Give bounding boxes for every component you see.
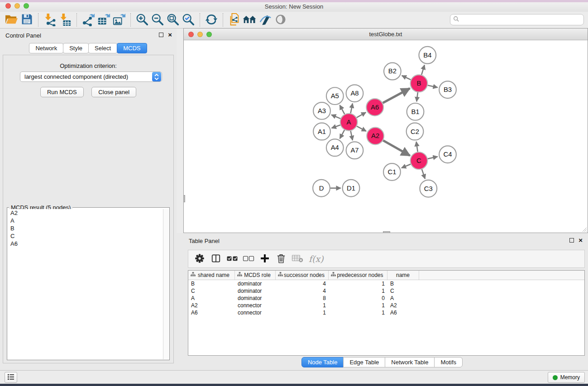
show-column-button[interactable] (209, 252, 223, 266)
graph-edge-A-A6[interactable] (357, 112, 366, 118)
node-table-header[interactable]: shared nameMCDS rolesuccessor nodesprede… (188, 271, 584, 280)
graph-edge-A2-C[interactable] (383, 140, 410, 156)
tab-node-table[interactable]: Node Table (301, 357, 344, 367)
tab-motifs[interactable]: Motifs (434, 357, 463, 367)
table-row[interactable]: A6connector11A6 (188, 309, 584, 316)
mcds-result-list[interactable]: A2ABCA6 (8, 209, 163, 359)
toolbar-search-field[interactable] (450, 14, 584, 25)
mcds-result-item[interactable]: A2 (8, 209, 163, 217)
import-table-button[interactable] (57, 13, 73, 27)
tab-style[interactable]: Style (63, 43, 89, 53)
column-header-name[interactable]: name (387, 271, 419, 280)
search-input[interactable] (461, 16, 583, 23)
zoom-selected-button[interactable] (181, 13, 196, 27)
select-all-columns-button[interactable] (225, 252, 239, 266)
zoom-in-button[interactable] (134, 13, 150, 27)
graph-edge-C-C4[interactable] (428, 157, 438, 159)
zoom-out-button[interactable] (150, 13, 165, 27)
tab-edge-table[interactable]: Edge Table (343, 357, 385, 367)
graph-edge-A-A5[interactable] (340, 105, 345, 114)
graph-node-A8[interactable]: A8 (346, 85, 363, 102)
graph-node-A1[interactable]: A1 (313, 123, 330, 140)
graph-edge-A-A4[interactable] (340, 130, 344, 138)
optimization-criterion-dropdown[interactable]: largest connected component (directed) (20, 71, 162, 82)
column-header-shared-name[interactable]: shared name (188, 271, 235, 280)
clone-network-button[interactable] (227, 13, 242, 27)
graph-edge-A-A1[interactable] (332, 125, 340, 128)
graph-edge-B-B2[interactable] (402, 76, 411, 80)
column-header-MCDS-role[interactable]: MCDS role (235, 271, 276, 280)
graph-node-A6[interactable]: A6 (366, 99, 383, 116)
bird-view-button[interactable] (273, 13, 288, 27)
graph-node-D1[interactable]: D1 (343, 180, 360, 197)
delete-column-button[interactable] (274, 252, 288, 266)
delete-table-button[interactable] (291, 252, 304, 266)
graph-node-C1[interactable]: C1 (383, 163, 401, 181)
graph-node-C4[interactable]: C4 (439, 146, 456, 163)
graph-node-A5[interactable]: A5 (326, 87, 344, 105)
tab-mcds[interactable]: MCDS (117, 43, 147, 53)
network-window-titlebar[interactable]: testGlobe.txt (184, 29, 588, 40)
mcds-result-item[interactable]: A (8, 217, 163, 224)
graph-edge-A-A3[interactable] (331, 115, 340, 119)
float-panel-icon[interactable] (159, 33, 163, 37)
network-canvas[interactable]: B4B2BB3A5A8A6A3B1AA1C2A2A4A7C4CC1C3DD1 (184, 41, 587, 232)
graph-node-B4[interactable]: B4 (419, 47, 436, 64)
close-panel-button[interactable]: Close panel (91, 87, 136, 97)
table-row[interactable]: Bdominator41B (188, 280, 584, 287)
memory-button[interactable]: Memory (548, 372, 585, 383)
create-column-button[interactable] (258, 252, 272, 266)
home-view-button[interactable] (242, 13, 258, 27)
graph-node-C3[interactable]: C3 (420, 180, 437, 197)
zoom-fit-button[interactable] (165, 13, 181, 27)
export-image-button[interactable] (111, 13, 127, 27)
graph-edge-A-A8[interactable] (351, 104, 353, 114)
tab-select[interactable]: Select (88, 43, 117, 53)
left-splitter-handle[interactable] (183, 195, 185, 202)
function-builder-button[interactable]: f(x) (307, 254, 324, 264)
graph-edge-A-A7[interactable] (351, 131, 353, 140)
column-header-predecessor-nodes[interactable]: predecessor nodes (329, 271, 387, 280)
graph-edge-A-A2[interactable] (357, 126, 366, 131)
graph-edge-B-B1[interactable] (416, 92, 418, 101)
graph-node-B1[interactable]: B1 (407, 103, 424, 120)
table-row[interactable]: A2connector11A2 (188, 302, 584, 309)
open-file-button[interactable] (4, 13, 19, 27)
save-session-button[interactable] (19, 13, 34, 27)
refresh-button[interactable] (204, 13, 219, 27)
column-header-successor-nodes[interactable]: successor nodes (276, 271, 329, 280)
mcds-result-scrollbar[interactable] (163, 209, 169, 359)
window-resize-grip[interactable] (581, 226, 587, 232)
close-table-panel-icon[interactable]: × (578, 238, 583, 243)
graph-edge-C-C1[interactable] (402, 164, 411, 168)
graph-edge-A6-B[interactable] (383, 88, 410, 103)
graph-edge-C-C2[interactable] (416, 142, 418, 152)
export-network-button[interactable] (81, 13, 96, 27)
graph-node-A3[interactable]: A3 (313, 102, 330, 119)
graph-edge-C-C3[interactable] (422, 169, 425, 179)
table-row[interactable]: Adominator80A (188, 295, 584, 302)
graph-edge-B-B4[interactable] (421, 65, 425, 75)
tab-network-table[interactable]: Network Table (385, 357, 435, 367)
graph-node-A[interactable]: A (340, 114, 358, 131)
graph-node-A4[interactable]: A4 (326, 139, 344, 156)
graph-node-A7[interactable]: A7 (346, 142, 363, 159)
table-settings-button[interactable] (193, 252, 206, 266)
graph-node-B2[interactable]: B2 (384, 63, 401, 80)
tab-network[interactable]: Network (29, 43, 63, 53)
graph-node-D[interactable]: D (313, 180, 330, 197)
mcds-result-item[interactable]: A6 (8, 240, 163, 248)
graph-node-C[interactable]: C (411, 152, 428, 169)
close-panel-icon[interactable]: × (168, 33, 172, 37)
graph-node-C2[interactable]: C2 (406, 123, 424, 140)
graph-node-B3[interactable]: B3 (439, 81, 456, 98)
float-table-panel-icon[interactable] (569, 238, 574, 243)
graph-node-A2[interactable]: A2 (367, 128, 384, 145)
table-row[interactable]: Cdominator41C (188, 287, 584, 295)
graph-edge-B-B3[interactable] (428, 86, 438, 88)
export-table-button[interactable] (96, 13, 111, 27)
graph-node-B[interactable]: B (411, 75, 428, 92)
task-history-button[interactable] (5, 372, 17, 383)
mcds-result-item[interactable]: C (8, 232, 163, 240)
import-network-button[interactable] (42, 13, 57, 27)
